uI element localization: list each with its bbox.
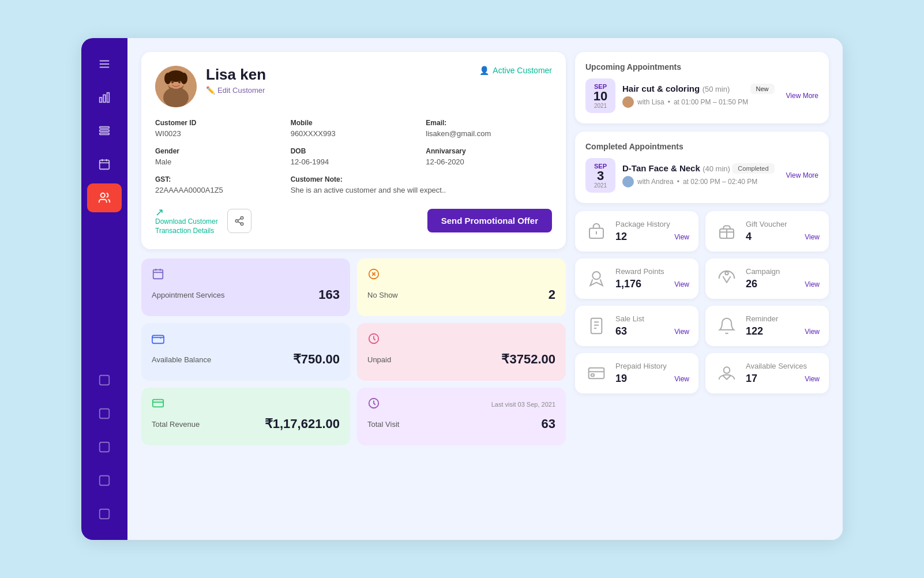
upcoming-date-box: SEP 10 2021	[585, 78, 615, 113]
revenue-value: ₹1,17,621.00	[265, 416, 340, 431]
sale-list-view[interactable]: View	[674, 328, 689, 336]
sidebar-item-b3[interactable]	[87, 433, 122, 461]
status-badge: 👤 Active Customer	[479, 66, 552, 75]
svg-rect-57	[591, 374, 594, 376]
svg-rect-9	[100, 160, 110, 170]
completed-view-more-link[interactable]: View More	[786, 171, 818, 179]
reminder-count: 122	[746, 325, 763, 337]
info-card-reminder: Reminder 122 View	[705, 306, 829, 346]
sale-list-title: Sale List	[615, 314, 689, 323]
campaign-view[interactable]: View	[805, 280, 820, 288]
reminder-view[interactable]: View	[805, 328, 820, 336]
gift-voucher-view[interactable]: View	[805, 233, 820, 241]
sidebar-item-customers[interactable]	[87, 183, 122, 212]
info-card-campaign: Campaign 26 View	[705, 258, 829, 299]
info-card-reward-points: Reward Points 1,176 View	[575, 258, 698, 299]
sidebar-item-list[interactable]	[87, 117, 122, 145]
package-history-title: Package History	[615, 220, 689, 228]
profile-card: Lisa ken ✏️ Edit Customer 👤 Active Custo…	[141, 52, 566, 249]
completed-with: with Andrea	[637, 178, 674, 186]
unpaid-label: Unpaid	[367, 355, 391, 364]
email-group: Email: lisaken@gmail.com	[426, 119, 552, 138]
sidebar-item-chart[interactable]	[87, 83, 122, 112]
completed-appointments-title: Completed Appointments	[585, 142, 818, 151]
wallet-icon	[152, 332, 164, 347]
gift-voucher-title: Gift Voucher	[746, 220, 820, 228]
prepaid-history-view[interactable]: View	[674, 375, 689, 383]
svg-rect-14	[100, 376, 110, 385]
gender-group: Gender Male	[155, 147, 281, 166]
upcoming-appointments-title: Upcoming Appointments	[585, 62, 818, 72]
no-show-icon	[367, 268, 380, 283]
sidebar-item-b5[interactable]	[87, 500, 122, 528]
profile-header: Lisa ken ✏️ Edit Customer 👤 Active Custo…	[155, 66, 552, 107]
upcoming-day: 10	[594, 90, 607, 103]
gift-voucher-count: 4	[746, 231, 752, 243]
actions-row: ↗ Download CustomerTransaction Details S…	[155, 206, 552, 235]
completed-therapist-avatar	[622, 176, 634, 187]
reward-points-view[interactable]: View	[674, 280, 689, 288]
svg-rect-41	[152, 336, 164, 344]
info-card-prepaid-history: Prepaid History 19 View	[575, 353, 698, 393]
stat-total-revenue: Total Revenue ₹1,17,621.00	[141, 388, 350, 445]
edit-customer-link[interactable]: ✏️ Edit Customer	[206, 86, 470, 95]
svg-point-30	[235, 219, 238, 222]
main-container: Lisa ken ✏️ Edit Customer 👤 Active Custo…	[81, 38, 843, 540]
send-promotional-offer-button[interactable]: Send Promotional Offer	[427, 209, 552, 232]
sidebar-item-b4[interactable]	[87, 466, 122, 495]
svg-point-28	[178, 81, 181, 84]
svg-point-58	[724, 367, 730, 373]
info-card-gift-voucher: Gift Voucher 4 View	[705, 211, 829, 252]
svg-point-27	[171, 81, 174, 84]
completed-year: 2021	[594, 182, 607, 189]
services-icon	[715, 361, 739, 385]
svg-rect-7	[100, 130, 110, 132]
info-cards-grid: Package History 12 View Gift Voucher	[575, 211, 829, 393]
pencil-icon: ✏️	[206, 86, 215, 95]
completed-appt-badge: Completed	[732, 163, 774, 174]
svg-point-50	[725, 272, 728, 275]
svg-rect-43	[153, 400, 163, 407]
unpaid-icon	[367, 332, 380, 347]
info-card-available-services: Available Services 17 View	[705, 353, 829, 393]
svg-rect-8	[100, 133, 110, 135]
avatar	[155, 66, 197, 107]
completed-appointments-section: Completed Appointments SEP 3 2021 D-Tan …	[575, 132, 829, 203]
svg-point-22	[163, 87, 189, 107]
no-show-value: 2	[549, 287, 555, 302]
user-icon: 👤	[479, 66, 489, 75]
sidebar-item-b2[interactable]	[87, 399, 122, 428]
profile-info: Lisa ken ✏️ Edit Customer	[206, 66, 470, 95]
prepaid-icon	[584, 361, 609, 385]
sidebar-item-menu[interactable]	[87, 50, 122, 78]
sidebar	[81, 38, 127, 540]
upcoming-appt-info: Hair cut & coloring (50 min) New with Li…	[622, 84, 775, 108]
share-button[interactable]	[227, 209, 251, 233]
campaign-icon	[715, 267, 739, 291]
stats-grid: Appointment Services 163 No Show 2	[141, 258, 566, 445]
download-link[interactable]: ↗ Download CustomerTransaction Details	[155, 206, 218, 235]
sale-list-count: 63	[615, 325, 627, 337]
calendar-icon	[152, 268, 164, 283]
reminder-title: Reminder	[746, 314, 820, 323]
stat-no-show: No Show 2	[357, 258, 566, 316]
sidebar-item-calendar[interactable]	[87, 150, 122, 179]
svg-rect-6	[100, 127, 110, 129]
download-label: Download CustomerTransaction Details	[155, 217, 218, 235]
package-history-view[interactable]: View	[674, 233, 689, 241]
reward-points-title: Reward Points	[615, 267, 689, 276]
info-card-package-history: Package History 12 View	[575, 211, 698, 252]
reward-points-count: 1,176	[615, 278, 641, 290]
available-services-view[interactable]: View	[805, 375, 820, 383]
left-panel: Lisa ken ✏️ Edit Customer 👤 Active Custo…	[141, 52, 566, 526]
svg-rect-5	[107, 93, 110, 103]
sidebar-item-b1[interactable]	[87, 366, 122, 395]
reminder-icon	[715, 314, 739, 338]
completed-date-box: SEP 3 2021	[585, 158, 615, 193]
completed-appt-title: D-Tan Face & Neck	[622, 163, 700, 173]
campaign-title: Campaign	[746, 267, 820, 276]
svg-rect-4	[103, 95, 106, 102]
completed-day: 3	[597, 170, 604, 182]
upcoming-view-more-link[interactable]: View More	[786, 92, 818, 100]
available-services-count: 17	[746, 373, 757, 385]
